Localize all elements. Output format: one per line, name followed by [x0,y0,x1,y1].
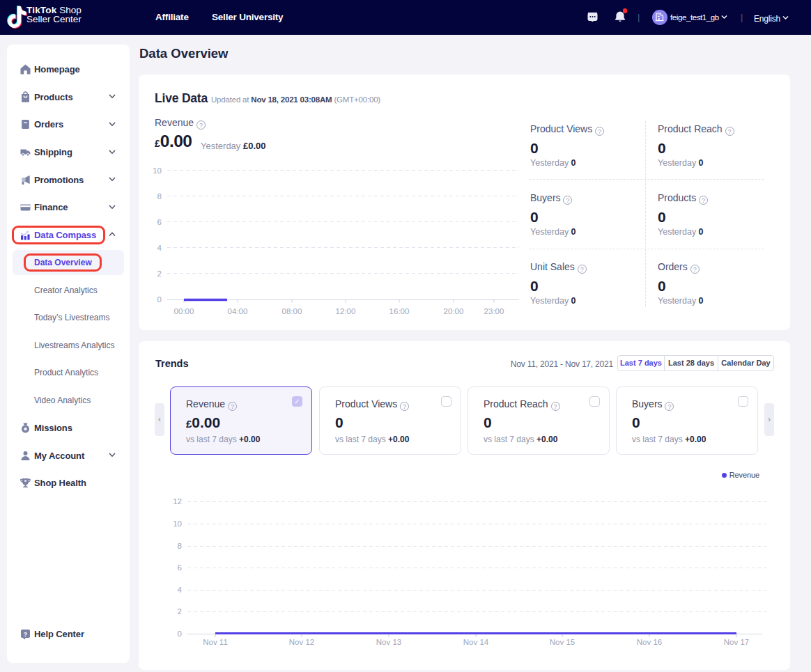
svg-text:Nov 12: Nov 12 [289,638,314,646]
svg-text:Nov 11: Nov 11 [203,638,228,646]
svg-text:16:00: 16:00 [389,307,410,315]
svg-text:2: 2 [157,269,162,278]
svg-text:23:00: 23:00 [484,307,504,315]
svg-text:4: 4 [178,586,183,594]
svg-text:Nov 14: Nov 14 [463,638,489,646]
svg-text:08:00: 08:00 [282,307,302,315]
svg-text:8: 8 [157,192,162,201]
svg-text:12:00: 12:00 [336,307,356,315]
svg-text:00:00: 00:00 [174,307,194,315]
svg-text:10: 10 [153,166,162,175]
svg-text:20:00: 20:00 [444,307,464,315]
svg-text:0: 0 [178,630,182,638]
svg-text:Nov 13: Nov 13 [376,638,401,646]
svg-text:6: 6 [178,563,182,572]
svg-text:6: 6 [157,218,162,226]
svg-text:10: 10 [173,519,182,528]
svg-text:2: 2 [178,607,182,616]
svg-text:?: ? [23,631,27,638]
svg-text:Nov 15: Nov 15 [550,638,575,646]
svg-text:4: 4 [157,244,162,252]
svg-text:8: 8 [178,542,182,550]
svg-text:Nov 16: Nov 16 [637,638,662,646]
svg-text:04:00: 04:00 [228,307,248,315]
svg-text:Nov 17: Nov 17 [724,638,749,646]
svg-text:0: 0 [157,295,162,304]
svg-text:12: 12 [173,497,182,506]
